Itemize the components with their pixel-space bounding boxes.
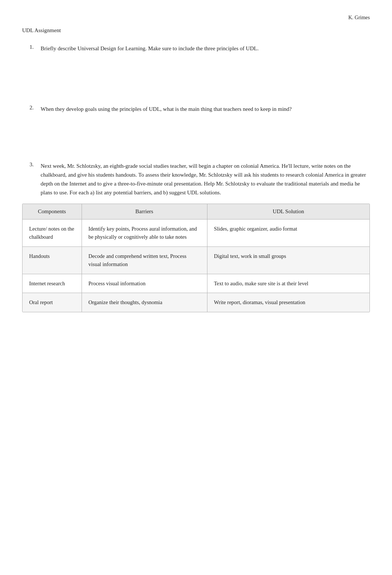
cell-component-0: Lecture/ notes on the chalkboard	[23, 220, 82, 247]
cell-udl-1: Digital text, work in small groups	[207, 246, 369, 274]
questions-list: 1. Briefly describe Universal Design for…	[22, 44, 370, 197]
cell-barriers-1: Decode and comprehend written text, Proc…	[82, 246, 207, 274]
cell-component-1: Handouts	[23, 246, 82, 274]
col-header-components: Components	[23, 204, 82, 220]
table-row: Oral report Organize their thoughts, dys…	[23, 293, 369, 312]
udl-table: Components Barriers UDL Solution Lecture…	[23, 204, 369, 312]
col-header-barriers: Barriers	[82, 204, 207, 220]
cell-udl-3: Write report, dioramas, visual presentat…	[207, 293, 369, 312]
spacer-2	[22, 117, 370, 161]
question-1-number: 1.	[30, 44, 41, 53]
question-3-number: 3.	[30, 161, 41, 197]
question-2-number: 2.	[30, 105, 41, 113]
table-row: Internet research Process visual informa…	[23, 274, 369, 293]
question-3-text: Next week, Mr. Schlotzsky, an eighth-gra…	[41, 161, 370, 197]
author-name: K. Grimes	[348, 15, 370, 20]
cell-barriers-0: Identify key points, Process aural infor…	[82, 220, 207, 247]
cell-barriers-3: Organize their thoughts, dysnomia	[82, 293, 207, 312]
cell-barriers-2: Process visual information	[82, 274, 207, 293]
cell-component-2: Internet research	[23, 274, 82, 293]
cell-component-3: Oral report	[23, 293, 82, 312]
spacer-1	[22, 57, 370, 105]
question-1-text: Briefly describe Universal Design for Le…	[41, 44, 370, 53]
page-title: UDL Assignment	[22, 27, 370, 34]
table-body: Lecture/ notes on the chalkboard Identif…	[23, 220, 369, 312]
cell-udl-2: Text to audio, make sure site is at thei…	[207, 274, 369, 293]
question-2: 2. When they develop goals using the pri…	[22, 105, 370, 113]
udl-table-wrapper: Components Barriers UDL Solution Lecture…	[22, 204, 370, 312]
col-header-udl: UDL Solution	[207, 204, 369, 220]
question-3: 3. Next week, Mr. Schlotzsky, an eighth-…	[22, 161, 370, 197]
table-header-row: Components Barriers UDL Solution	[23, 204, 369, 220]
question-1: 1. Briefly describe Universal Design for…	[22, 44, 370, 53]
table-row: Handouts Decode and comprehend written t…	[23, 246, 369, 274]
question-2-text: When they develop goals using the princi…	[41, 105, 370, 113]
table-row: Lecture/ notes on the chalkboard Identif…	[23, 220, 369, 247]
cell-udl-0: Slides, graphic organizer, audio format	[207, 220, 369, 247]
